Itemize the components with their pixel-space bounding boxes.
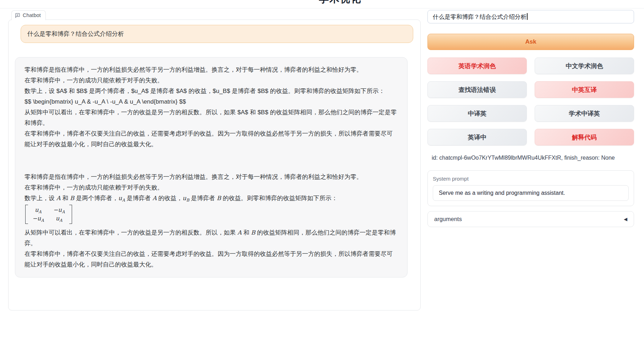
prompt-input-value: 什么是零和博弈？结合公式介绍分析 bbox=[433, 13, 526, 20]
quick-button-6[interactable]: 学术中译英 bbox=[535, 105, 634, 122]
bot-message-bubble: 零和博弈是指在博弈中，一方的利益损失必然等于另一方的利益增益。换言之，对于每一种… bbox=[15, 57, 408, 277]
quick-button-1[interactable]: 英语学术润色 bbox=[427, 57, 527, 74]
ask-button[interactable]: Ask bbox=[427, 34, 634, 50]
rendered-paragraph-1b: 在零和博弈中，一方的成功只能依赖于对手的失败。 bbox=[24, 182, 398, 193]
chatbot-tab: Chatbot bbox=[11, 10, 46, 20]
user-message-bubble: 什么是零和博弈？结合公式介绍分析 bbox=[21, 25, 413, 43]
quick-button-2[interactable]: 中文学术润色 bbox=[535, 57, 634, 74]
arguments-accordion[interactable]: arguments ◀ bbox=[427, 211, 634, 227]
matrix-cell: uA bbox=[32, 206, 44, 214]
quick-button-8[interactable]: 解释代码 bbox=[535, 129, 634, 145]
chatbot-tab-label: Chatbot bbox=[23, 12, 41, 18]
status-line: id: chatcmpl-6wOo7KrYTwMl89lbrMWRu4UkFFX… bbox=[427, 155, 634, 161]
bot-raw-paragraph: 从矩阵中可以看出，在零和博弈中，一方的收益是另一方的相反数。所以，如果 $A$ … bbox=[24, 107, 398, 128]
system-prompt-input[interactable]: Serve me as a writing and programming as… bbox=[433, 185, 629, 201]
matrix-right-bracket bbox=[69, 205, 72, 224]
quick-button-3[interactable]: 查找语法错误 bbox=[427, 81, 527, 98]
bot-raw-paragraph: 零和博弈是指在博弈中，一方的利益损失必然等于另一方的利益增益。换言之，对于每一种… bbox=[24, 65, 398, 75]
system-prompt-box: System prompt Serve me as a writing and … bbox=[427, 170, 634, 206]
chatbot-panel: Chatbot 什么是零和博弈？结合公式介绍分析 零和博弈是指在博弈中，一方的利… bbox=[8, 20, 421, 310]
accordion-collapse-icon: ◀ bbox=[624, 216, 627, 222]
bot-raw-text: 零和博弈是指在博弈中，一方的利益损失必然等于另一方的利益增益。换言之，对于每一种… bbox=[24, 65, 398, 150]
rendered-paragraph-5: 在零和博弈中，博弈者不仅要关注自己的收益，还需要考虑对手的收益。因为一方取得的收… bbox=[24, 249, 398, 270]
user-message-text: 什么是零和博弈？结合公式介绍分析 bbox=[27, 31, 124, 37]
rendered-paragraph-2: 数学上，设 A 和 B 是两个博弈者，uA 是博弈者 A 的收益，uB 是博弈者… bbox=[24, 193, 398, 204]
matrix-paragraph: uA−uA−uAuA bbox=[24, 204, 398, 227]
matrix-cell: −uA bbox=[53, 206, 65, 214]
matrix-grid: uA−uA−uAuA bbox=[28, 205, 69, 224]
payoff-matrix: uA−uA−uAuA bbox=[25, 205, 72, 224]
text-caret bbox=[527, 13, 528, 20]
header-divider bbox=[0, 8, 644, 9]
bot-raw-paragraph: 数学上，设 $A$ 和 $B$ 是两个博弈者，$u_A$ 是博弈者 $A$ 的收… bbox=[24, 86, 398, 97]
chat-message-list: 什么是零和博弈？结合公式介绍分析 零和博弈是指在博弈中，一方的利益损失必然等于另… bbox=[9, 20, 420, 280]
matrix-cell: −uA bbox=[32, 214, 44, 223]
bot-raw-paragraph: 在零和博弈中，博弈者不仅要关注自己的收益，还需要考虑对手的收益。因为一方取得的收… bbox=[24, 128, 398, 150]
message-gap bbox=[24, 150, 398, 172]
bot-raw-paragraph: $$ \begin{bmatrix} u_A & -u_A \ -u_A & u… bbox=[24, 97, 398, 107]
chat-bubble-icon bbox=[15, 13, 20, 18]
rendered-paragraph-4: 从矩阵中可以看出，在零和博弈中，一方的收益是另一方的相反数。所以，如果 A 和 … bbox=[24, 227, 398, 249]
system-prompt-label: System prompt bbox=[433, 176, 629, 182]
matrix-left-bracket bbox=[25, 205, 28, 224]
quick-button-7[interactable]: 英译中 bbox=[427, 129, 527, 145]
bot-rendered-text: 零和博弈是指在博弈中，一方的利益损失必然等于另一方的利益增益。换言之，对于每一种… bbox=[24, 172, 398, 270]
accordion-label: arguments bbox=[434, 216, 462, 222]
bot-raw-paragraph: 在零和博弈中，一方的成功只能依赖于对手的失败。 bbox=[24, 75, 398, 86]
clipped-page-title: 学术优化 bbox=[319, 0, 361, 6]
control-panel: 什么是零和博弈？结合公式介绍分析 Ask 英语学术润色中文学术润色查找语法错误中… bbox=[427, 10, 634, 227]
rendered-paragraph-1: 零和博弈是指在博弈中，一方的利益损失必然等于另一方的利益增益。换言之，对于每一种… bbox=[24, 172, 398, 182]
matrix-cell: uA bbox=[53, 214, 65, 223]
quick-button-4[interactable]: 中英互译 bbox=[535, 81, 634, 98]
quick-buttons-grid: 英语学术润色中文学术润色查找语法错误中英互译中译英学术中译英英译中解释代码 bbox=[427, 57, 634, 145]
quick-button-5[interactable]: 中译英 bbox=[427, 105, 527, 122]
prompt-input[interactable]: 什么是零和博弈？结合公式介绍分析 bbox=[427, 10, 634, 23]
